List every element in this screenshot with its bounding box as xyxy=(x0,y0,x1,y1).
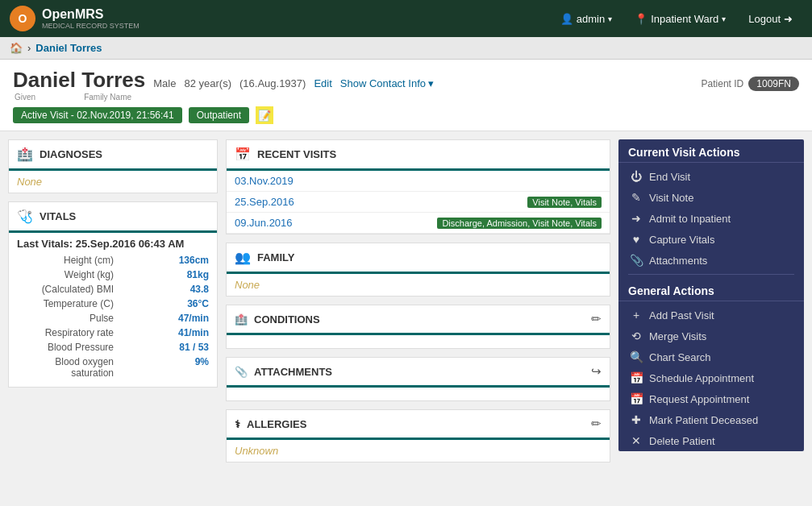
breadcrumb-separator: › xyxy=(27,42,31,54)
power-icon: ⏻ xyxy=(630,170,643,183)
chevron-down-icon: ▾ xyxy=(722,15,726,23)
main-content: 🏥 DIAGNOSES None 🩺 VITALS Last Vitals: 2… xyxy=(0,131,812,506)
edit-patient-link[interactable]: Edit xyxy=(314,77,331,89)
admit-to-inpatient-button[interactable]: ➜ Admit to Inpatient xyxy=(618,208,804,229)
diagnoses-header: 🏥 DIAGNOSES xyxy=(9,140,217,171)
left-column: 🏥 DIAGNOSES None 🩺 VITALS Last Vitals: 2… xyxy=(8,139,218,506)
vitals-table: Height (cm) 136cm Weight (kg) 81kg (Calc… xyxy=(9,253,217,387)
conditions-header: 🏥 CONDITIONS ✏ xyxy=(227,305,610,335)
edit-allergies-icon[interactable]: ✏ xyxy=(591,417,602,431)
patient-full-name: Daniel Torres Given Family Name xyxy=(13,68,145,102)
patient-age: 82 year(s) xyxy=(184,77,231,89)
actions-divider xyxy=(628,274,794,275)
chevron-down-icon: ▾ xyxy=(608,15,612,23)
attachments-icon: 📎 xyxy=(235,366,248,378)
note-icon: ✎ xyxy=(630,191,643,204)
nav-items: 👤 admin ▾ 📍 Inpatient Ward ▾ Logout ➜ xyxy=(551,6,802,31)
breadcrumb: 🏠 › Daniel Torres xyxy=(0,37,812,60)
capture-vitals-button[interactable]: ♥ Capture Vitals xyxy=(618,229,804,250)
request-appointment-button[interactable]: 📅 Request Appointment xyxy=(618,388,804,409)
logo-icon: O xyxy=(10,6,35,31)
active-visit-badge: Active Visit - 02.Nov.2019, 21:56:41 xyxy=(13,107,182,123)
attachments-button[interactable]: 📎 Attachments xyxy=(618,250,804,271)
family-header: 👥 FAMILY xyxy=(227,243,610,274)
diagnoses-value: None xyxy=(9,171,217,193)
recent-visits-section: 📅 RECENT VISITS 03.Nov.2019 25.Sep.2016 … xyxy=(226,139,610,234)
location-icon: 📍 xyxy=(635,13,648,25)
plus-box-icon: ✚ xyxy=(630,413,643,426)
delete-patient-button[interactable]: ✕ Delete Patient xyxy=(618,430,804,451)
vitals-row: (Calculated) BMI 43.8 xyxy=(17,282,209,297)
breadcrumb-patient[interactable]: Daniel Torres xyxy=(35,42,102,54)
top-navigation: O OpenMRS MEDICAL RECORD SYSTEM 👤 admin … xyxy=(0,0,812,37)
vitals-last-date: Last Vitals: 25.Sep.2016 06:43 AM xyxy=(9,233,217,253)
vitals-header: 🩺 VITALS xyxy=(9,202,217,233)
visit-note-button[interactable]: ✎ Visit Note xyxy=(618,187,804,208)
schedule-appointment-button[interactable]: 📅 Schedule Appointment xyxy=(618,367,804,388)
visit-tag[interactable]: Discharge, Admission, Visit Note, Vitals xyxy=(437,218,602,229)
patient-dob: (16.Aug.1937) xyxy=(239,77,306,89)
app-name: OpenMRS MEDICAL RECORD SYSTEM xyxy=(42,7,139,30)
attachments-body xyxy=(227,388,610,400)
patient-gender: Male xyxy=(153,77,176,89)
visit-row: 09.Jun.2016 Discharge, Admission, Visit … xyxy=(227,213,610,234)
conditions-body xyxy=(227,335,610,348)
visit-tag[interactable]: Visit Note, Vitals xyxy=(527,197,602,208)
visit-date-link[interactable]: 09.Jun.2016 xyxy=(235,217,293,229)
vitals-row: Pulse 47/min xyxy=(17,311,209,326)
merge-visits-button[interactable]: ⟲ Merge Visits xyxy=(618,326,804,346)
add-past-visit-button[interactable]: + Add Past Visit xyxy=(618,305,804,326)
home-icon[interactable]: 🏠 xyxy=(10,42,23,54)
patient-id-area: Patient ID 1009FN xyxy=(702,77,799,91)
chart-search-button[interactable]: 🔍 Chart Search xyxy=(618,346,804,367)
vitals-section: 🩺 VITALS Last Vitals: 25.Sep.2016 06:43 … xyxy=(8,201,218,388)
visit-row: 03.Nov.2019 xyxy=(227,171,610,192)
actions-panel: Current Visit Actions ⏻ End Visit ✎ Visi… xyxy=(618,139,804,451)
chevron-down-icon: ▾ xyxy=(428,77,434,89)
logout-button[interactable]: Logout ➜ xyxy=(739,6,802,31)
vitals-icon: 🩺 xyxy=(17,209,33,224)
location-menu[interactable]: 📍 Inpatient Ward ▾ xyxy=(625,6,735,31)
show-contact-info-link[interactable]: Show Contact Info ▾ xyxy=(340,77,434,89)
diagnoses-section: 🏥 DIAGNOSES None xyxy=(8,139,218,193)
general-actions-title: General Actions xyxy=(618,278,804,301)
plus-icon: + xyxy=(630,309,643,321)
family-section: 👥 FAMILY None xyxy=(226,243,610,297)
vitals-row: Blood oxygen saturation 9% xyxy=(17,355,209,380)
edit-conditions-icon[interactable]: ✏ xyxy=(591,312,602,326)
app-logo: O OpenMRS MEDICAL RECORD SYSTEM xyxy=(10,6,139,31)
attachments-header: 📎 ATTACHMENTS ↪ xyxy=(227,358,610,388)
vitals-row: Weight (kg) 81kg xyxy=(17,268,209,282)
vitals-row: Height (cm) 136cm xyxy=(17,253,209,268)
admin-menu[interactable]: 👤 admin ▾ xyxy=(551,6,622,31)
conditions-icon: 🏥 xyxy=(235,313,248,326)
calendar-icon: 📅 xyxy=(630,392,643,405)
family-icon: 👥 xyxy=(235,250,251,265)
visit-date-link[interactable]: 25.Sep.2016 xyxy=(235,196,294,208)
allergies-section: ⚕ ALLERGIES ✏ Unknown xyxy=(226,409,610,462)
vitals-row: Temperature (C) 36°C xyxy=(17,297,209,311)
close-icon: ✕ xyxy=(630,434,643,447)
user-icon: 👤 xyxy=(560,13,573,25)
visit-row: 25.Sep.2016 Visit Note, Vitals xyxy=(227,192,610,213)
middle-column: 📅 RECENT VISITS 03.Nov.2019 25.Sep.2016 … xyxy=(218,139,618,506)
calendar-icon: 📅 xyxy=(630,371,643,384)
allergies-header: ⚕ ALLERGIES ✏ xyxy=(227,410,610,440)
mark-patient-deceased-button[interactable]: ✚ Mark Patient Deceased xyxy=(618,409,804,430)
vitals-row: Blood Pressure 81 / 53 xyxy=(17,340,209,355)
share-icon[interactable]: ↪ xyxy=(591,364,602,379)
diagnoses-icon: 🏥 xyxy=(17,147,33,162)
vitals-row: Respiratory rate 41/min xyxy=(17,326,209,340)
current-visit-actions-title: Current Visit Actions xyxy=(618,139,804,163)
search-icon: 🔍 xyxy=(630,350,643,363)
family-value: None xyxy=(227,274,610,296)
right-column: Current Visit Actions ⏻ End Visit ✎ Visi… xyxy=(618,139,804,506)
end-visit-button[interactable]: ⏻ End Visit xyxy=(618,166,804,187)
visit-tags: Discharge, Admission, Visit Note, Vitals xyxy=(437,218,602,229)
note-badge[interactable]: 📝 xyxy=(256,106,273,124)
visit-date-link[interactable]: 03.Nov.2019 xyxy=(235,175,294,187)
conditions-section: 🏥 CONDITIONS ✏ xyxy=(226,305,610,349)
logout-icon: ➜ xyxy=(784,13,793,25)
attachments-section: 📎 ATTACHMENTS ↪ xyxy=(226,357,610,401)
paperclip-icon: 📎 xyxy=(630,254,643,267)
